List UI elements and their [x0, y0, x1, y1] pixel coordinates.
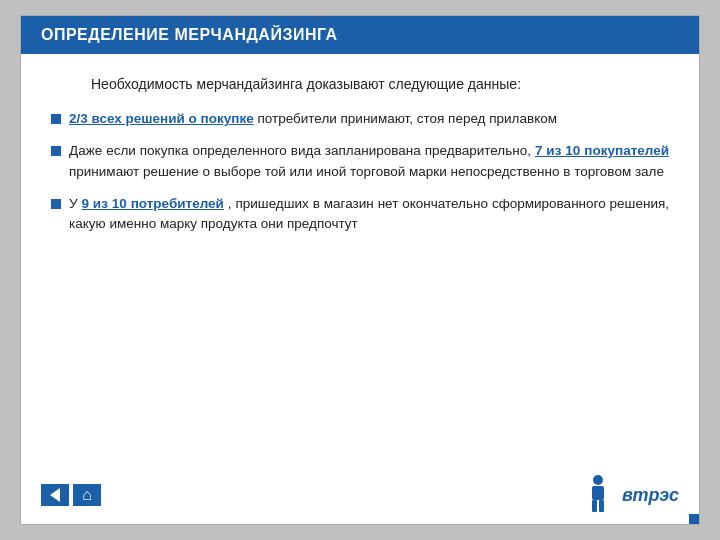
- bullet-text-1: 2/3 всех решений о покупке потребители п…: [69, 109, 669, 129]
- prefix-text: Даже если покупка определенного вида зап…: [69, 143, 535, 158]
- slide-header: ОПРЕДЕЛЕНИЕ МЕРЧАНДАЙЗИНГА: [21, 16, 699, 54]
- corner-decoration-br: [689, 514, 699, 524]
- home-icon: ⌂: [82, 486, 92, 504]
- suffix-text: потребители принимают, стоя перед прилав…: [257, 111, 557, 126]
- footer-logo: втрэс: [582, 474, 679, 516]
- logo-text: втрэс: [622, 485, 679, 506]
- slide-body: Необходимость мерчандайзинга доказывают …: [21, 54, 699, 466]
- slide-title: ОПРЕДЕЛЕНИЕ МЕРЧАНДАЙЗИНГА: [41, 26, 679, 44]
- prev-icon: [50, 488, 60, 502]
- bullet-item: Даже если покупка определенного вида зап…: [51, 141, 669, 182]
- bullet-item: У 9 из 10 потребителей , пришедших в маг…: [51, 194, 669, 235]
- svg-rect-3: [599, 500, 604, 512]
- intro-paragraph: Необходимость мерчандайзинга доказывают …: [51, 74, 669, 95]
- logo-figure-icon: [582, 474, 614, 516]
- highlight-text: 9 из 10 потребителей: [81, 196, 223, 211]
- bullet-text-2: Даже если покупка определенного вида зап…: [69, 141, 669, 182]
- bullet-item: 2/3 всех решений о покупке потребители п…: [51, 109, 669, 129]
- bullet-marker: [51, 199, 61, 209]
- svg-point-0: [593, 475, 603, 485]
- highlight-text: 7 из 10 покупателей: [535, 143, 669, 158]
- slide-footer: ⌂ втрэс: [21, 466, 699, 524]
- svg-rect-2: [592, 500, 597, 512]
- bullet-marker: [51, 114, 61, 124]
- prev-button[interactable]: [41, 484, 69, 506]
- slide: ОПРЕДЕЛЕНИЕ МЕРЧАНДАЙЗИНГА Необходимость…: [20, 15, 700, 525]
- bullet-text-3: У 9 из 10 потребителей , пришедших в маг…: [69, 194, 669, 235]
- svg-rect-1: [592, 486, 604, 500]
- corner-decoration-tl: [21, 16, 39, 34]
- home-button[interactable]: ⌂: [73, 484, 101, 506]
- highlight-text: 2/3 всех решений о покупке: [69, 111, 254, 126]
- bullet-marker: [51, 146, 61, 156]
- footer-nav: ⌂: [41, 484, 101, 506]
- prefix-text: У: [69, 196, 81, 211]
- suffix-text: принимают решение о выборе той или иной …: [69, 164, 664, 179]
- bullet-list: 2/3 всех решений о покупке потребители п…: [51, 109, 669, 456]
